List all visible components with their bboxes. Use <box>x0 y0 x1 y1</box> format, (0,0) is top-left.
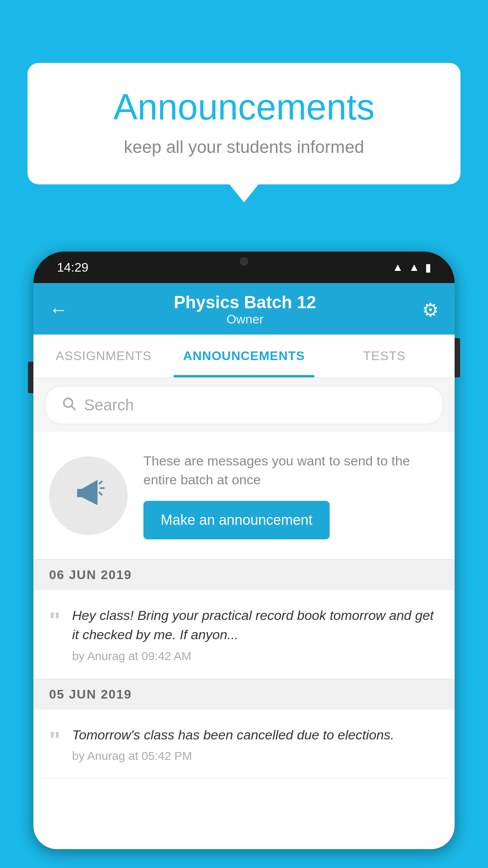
tab-tests[interactable]: TESTS <box>314 335 455 377</box>
search-bar-wrapper: Search <box>33 378 455 432</box>
notch <box>213 252 275 271</box>
tab-announcements[interactable]: ANNOUNCEMENTS <box>174 335 314 377</box>
announcement-item-2[interactable]: " Tomorrow's class has been cancelled du… <box>33 710 455 779</box>
announcement-text-2: Tomorrow's class has been cancelled due … <box>72 725 439 745</box>
search-icon <box>61 396 76 414</box>
quote-icon-2: " <box>49 728 60 752</box>
batch-subtitle: Owner <box>174 312 316 327</box>
tabs-bar: ASSIGNMENTS ANNOUNCEMENTS TESTS <box>33 335 455 378</box>
signal-icon: ▲ <box>409 261 420 274</box>
announcement-meta-1: by Anurag at 09:42 AM <box>72 649 439 663</box>
announcement-icon-circle <box>49 456 128 535</box>
search-bar[interactable]: Search <box>45 386 443 424</box>
megaphone-icon <box>71 474 106 517</box>
speech-bubble: Announcements keep all your students inf… <box>28 63 460 184</box>
phone-volume-button <box>28 362 33 393</box>
announcement-description: These are messages you want to send to t… <box>143 452 439 489</box>
phone-wrapper: 14:29 ▲ ▲ ▮ ← Physics Batch 12 Owner ⚙ A… <box>33 252 455 868</box>
make-announcement-button[interactable]: Make an announcement <box>143 501 330 539</box>
back-button[interactable]: ← <box>49 299 68 320</box>
announcement-content-2: Tomorrow's class has been cancelled due … <box>72 725 439 763</box>
header-title-group: Physics Batch 12 Owner <box>174 292 316 327</box>
announcement-item-1[interactable]: " Hey class! Bring your practical record… <box>33 590 455 679</box>
speech-bubble-subtitle: keep all your students informed <box>59 137 429 157</box>
svg-line-2 <box>99 482 102 484</box>
phone-content: Search These are message <box>33 378 455 849</box>
phone-frame: 14:29 ▲ ▲ ▮ ← Physics Batch 12 Owner ⚙ A… <box>33 252 455 849</box>
app-header: ← Physics Batch 12 Owner ⚙ <box>33 283 455 335</box>
status-time: 14:29 <box>57 260 88 275</box>
speech-bubble-container: Announcements keep all your students inf… <box>28 63 460 184</box>
announcement-meta-2: by Anurag at 05:42 PM <box>72 749 439 763</box>
date-separator-2: 05 JUN 2019 <box>33 679 455 710</box>
phone-power-button <box>455 338 460 377</box>
settings-icon[interactable]: ⚙ <box>422 299 439 321</box>
battery-icon: ▮ <box>425 261 431 274</box>
svg-line-4 <box>99 493 102 495</box>
announcement-content-1: Hey class! Bring your practical record b… <box>72 606 439 663</box>
quote-icon-1: " <box>49 609 60 633</box>
status-icons: ▲ ▲ ▮ <box>393 261 431 274</box>
announcement-prompt: These are messages you want to send to t… <box>33 432 455 559</box>
batch-title: Physics Batch 12 <box>174 292 316 312</box>
announcement-text-1: Hey class! Bring your practical record b… <box>72 606 439 645</box>
tab-assignments[interactable]: ASSIGNMENTS <box>33 335 174 377</box>
search-placeholder: Search <box>84 396 134 414</box>
announcement-text-group: These are messages you want to send to t… <box>143 452 439 539</box>
status-bar: 14:29 ▲ ▲ ▮ <box>33 252 455 283</box>
camera-dot <box>240 257 248 266</box>
date-separator-1: 06 JUN 2019 <box>33 559 455 590</box>
svg-line-1 <box>72 406 75 410</box>
speech-bubble-title: Announcements <box>59 86 429 128</box>
wifi-icon: ▲ <box>393 261 404 274</box>
